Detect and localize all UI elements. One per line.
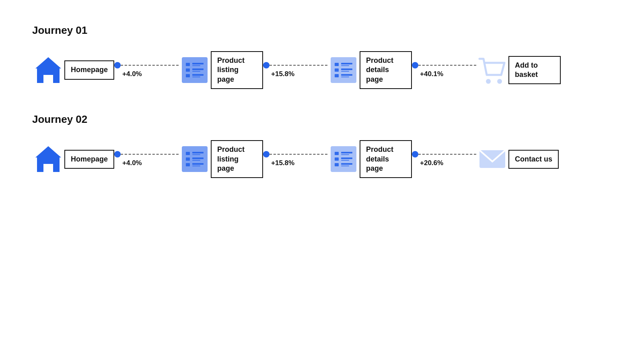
node-2-3: Product details page	[327, 140, 412, 178]
connector-dot	[114, 62, 121, 68]
node-1-3: Product details page	[327, 51, 412, 89]
svg-marker-0	[35, 57, 61, 83]
svg-rect-26	[192, 152, 204, 153]
svg-rect-32	[192, 163, 204, 165]
svg-rect-29	[192, 157, 204, 159]
svg-rect-37	[341, 154, 349, 155]
connector-line	[412, 151, 476, 157]
connector-2-3: +20.6%	[412, 151, 476, 167]
connector-2-1: +4.0%	[114, 151, 179, 167]
svg-rect-13	[341, 63, 352, 64]
node-label-2-3: Product details page	[360, 140, 412, 178]
connector-percentage: +40.1%	[412, 70, 443, 78]
connector-dashes	[418, 65, 476, 66]
svg-rect-12	[335, 63, 339, 66]
list-icon	[327, 143, 360, 175]
connector-dot	[412, 151, 418, 157]
list-icon	[179, 54, 211, 86]
connector-percentage: +20.6%	[412, 159, 443, 167]
journey-flow-2: Homepage +4.0% Product listing page +15.…	[32, 140, 612, 178]
connector-dot	[263, 151, 270, 157]
node-label-1-4: Add to basket	[508, 56, 561, 85]
connector-dashes	[121, 65, 179, 66]
list-icon	[327, 54, 360, 86]
svg-rect-9	[192, 74, 204, 76]
connector-2-2: +15.8%	[263, 151, 327, 167]
svg-rect-33	[192, 166, 200, 166]
svg-rect-19	[341, 74, 352, 76]
connector-dot	[412, 62, 418, 68]
svg-rect-2	[186, 63, 190, 66]
svg-rect-38	[335, 157, 339, 161]
home-icon	[32, 143, 64, 175]
node-2-4: Contact us	[476, 143, 559, 175]
svg-rect-7	[192, 71, 200, 72]
svg-rect-17	[341, 71, 349, 72]
node-label-1-3: Product details page	[360, 51, 412, 89]
svg-marker-23	[35, 146, 61, 172]
svg-rect-25	[186, 152, 190, 155]
connector-1-1: +4.0%	[114, 62, 179, 78]
node-label-2-2: Product listing page	[211, 140, 263, 178]
svg-point-22	[497, 79, 502, 84]
svg-rect-27	[192, 154, 200, 155]
svg-rect-28	[186, 157, 190, 161]
svg-rect-43	[341, 166, 349, 166]
svg-rect-41	[335, 163, 339, 166]
svg-rect-3	[192, 63, 204, 64]
svg-rect-20	[341, 77, 349, 77]
connector-percentage: +15.8%	[263, 159, 294, 167]
svg-rect-42	[341, 163, 352, 165]
connector-dashes	[418, 154, 476, 155]
node-label-1-2: Product listing page	[211, 51, 263, 89]
node-label-1-1: Homepage	[64, 60, 114, 79]
node-label-2-1: Homepage	[64, 150, 114, 169]
journey-flow-1: Homepage +4.0% Product listing page +15.…	[32, 51, 612, 89]
svg-rect-30	[192, 160, 200, 161]
connector-dashes	[270, 154, 327, 155]
svg-rect-5	[186, 68, 190, 72]
node-2-1: Homepage	[32, 143, 114, 175]
node-1-2: Product listing page	[179, 51, 263, 89]
svg-rect-16	[341, 68, 352, 70]
svg-rect-15	[335, 68, 339, 72]
connector-dashes	[270, 65, 327, 66]
list-icon	[179, 143, 211, 175]
connector-line	[263, 62, 327, 68]
svg-rect-36	[341, 152, 352, 153]
journey-title-1: Journey 01	[32, 24, 612, 37]
connector-percentage: +4.0%	[114, 159, 142, 167]
svg-rect-14	[341, 65, 349, 66]
cart-icon	[476, 54, 508, 86]
svg-rect-35	[335, 152, 339, 155]
svg-rect-4	[192, 65, 200, 66]
connector-line	[412, 62, 476, 68]
svg-rect-8	[186, 74, 190, 77]
svg-rect-40	[341, 160, 349, 161]
connector-line	[263, 151, 327, 157]
connector-percentage: +4.0%	[114, 70, 142, 78]
email-icon	[476, 143, 508, 175]
node-1-4: Add to basket	[476, 54, 561, 86]
home-icon	[32, 54, 64, 86]
connector-dot	[114, 151, 121, 157]
connector-1-3: +40.1%	[412, 62, 476, 78]
svg-rect-10	[192, 77, 200, 77]
node-2-2: Product listing page	[179, 140, 263, 178]
svg-rect-6	[192, 68, 204, 70]
svg-rect-18	[335, 74, 339, 77]
svg-rect-31	[186, 163, 190, 166]
journey-section-1: Journey 01 Homepage +4.0% Product listin…	[32, 24, 612, 89]
connector-dot	[263, 62, 270, 68]
journey-section-2: Journey 02 Homepage +4.0% Product listin…	[32, 113, 612, 178]
node-label-2-4: Contact us	[508, 150, 559, 169]
node-1-1: Homepage	[32, 54, 114, 86]
connector-percentage: +15.8%	[263, 70, 294, 78]
svg-rect-39	[341, 157, 352, 159]
connector-dashes	[121, 154, 179, 155]
connector-line	[114, 62, 179, 68]
svg-point-21	[486, 79, 491, 84]
connector-1-2: +15.8%	[263, 62, 327, 78]
connector-line	[114, 151, 179, 157]
journey-title-2: Journey 02	[32, 113, 612, 126]
